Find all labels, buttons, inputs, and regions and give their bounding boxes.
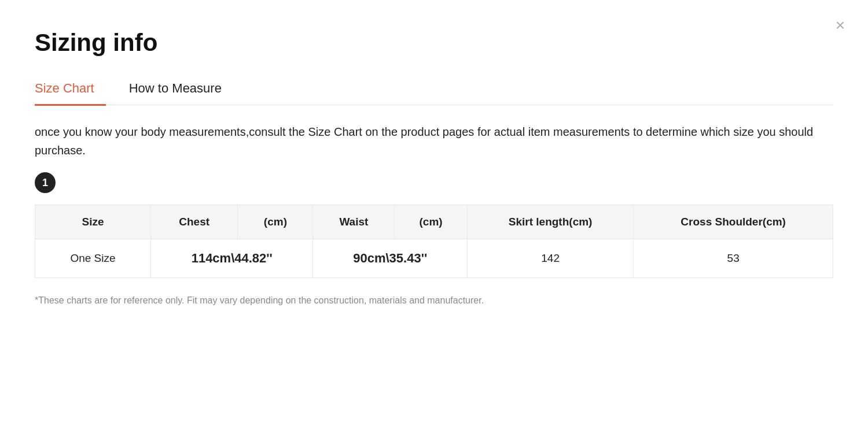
col-header-waist-cm: (cm) (395, 205, 468, 239)
cell-chest: 114cm\44.82'' (151, 239, 313, 278)
col-header-cross-shoulder: Cross Shoulder(cm) (634, 205, 833, 239)
tab-size-chart[interactable]: Size Chart (35, 75, 106, 106)
table-row: One Size114cm\44.82''90cm\35.43''14253 (35, 239, 833, 278)
col-header-chest-cm: (cm) (238, 205, 313, 239)
cell-skirt-length: 142 (467, 239, 633, 278)
close-button[interactable]: × (836, 17, 845, 34)
description-text: once you know your body measurements,con… (35, 123, 833, 160)
modal-title: Sizing info (35, 29, 833, 57)
footnote-text: *These charts are for reference only. Fi… (35, 295, 833, 306)
sizing-info-modal: × Sizing info Size Chart How to Measure … (6, 6, 862, 410)
table-header-row: Size Chest (cm) Waist (cm) Skirt length(… (35, 205, 833, 239)
cell-waist: 90cm\35.43'' (313, 239, 467, 278)
cell-size: One Size (35, 239, 151, 278)
size-table: Size Chest (cm) Waist (cm) Skirt length(… (35, 205, 833, 278)
cell-cross-shoulder: 53 (634, 239, 833, 278)
tabs-container: Size Chart How to Measure (35, 74, 833, 105)
col-header-size: Size (35, 205, 151, 239)
col-header-skirt-length: Skirt length(cm) (467, 205, 633, 239)
col-header-chest: Chest (151, 205, 238, 239)
col-header-waist: Waist (313, 205, 395, 239)
step-badge: 1 (35, 172, 56, 193)
tab-how-to-measure[interactable]: How to Measure (129, 75, 233, 106)
